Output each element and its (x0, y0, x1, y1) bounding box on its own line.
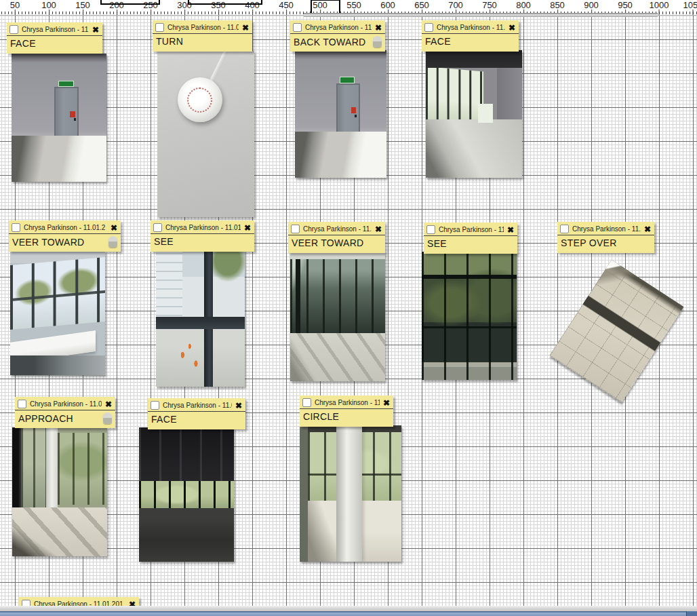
horizontal-guide-bar (304, 13, 658, 17)
clipped-top-box (188, 0, 262, 5)
close-icon[interactable]: ✖ (375, 225, 382, 233)
card-checkbox[interactable] (9, 25, 18, 34)
card-action-label: FACE (151, 414, 177, 425)
ruler-label: 600 (380, 0, 395, 10)
annotation-card[interactable]: Chrysa Parkinson - 11.0✖ VEER TOWARD (288, 222, 385, 253)
annotation-card[interactable]: Chrysa Parkinson - 11.✖ CIRCLE (300, 396, 393, 427)
annotation-card[interactable]: Chrysa Parkinson - 11.✖ BACK TOWARD (290, 20, 385, 52)
close-icon[interactable]: ✖ (111, 224, 117, 232)
photo-thumbnail[interactable] (12, 427, 107, 556)
ruler-label: 750 (482, 0, 497, 10)
card-checkbox[interactable] (424, 23, 433, 32)
photo-thumbnail[interactable] (290, 252, 385, 381)
card-title: Chrysa Parkinson - 11.01.2 (165, 224, 241, 231)
ruler-label: 1000 (650, 0, 669, 10)
photo-thumbnail[interactable] (426, 50, 522, 178)
ruler-label: 1050 (683, 0, 697, 10)
card-title: Chrysa Parkinson - 11. (315, 399, 380, 406)
card-checkbox[interactable] (560, 225, 569, 233)
photo-thumbnail[interactable] (295, 50, 386, 178)
card-title: Chrysa Parkinson - 11.0 (303, 225, 372, 233)
card-checkbox[interactable] (12, 223, 20, 232)
ruler-label: 650 (414, 0, 429, 10)
card-title: Chrysa Parkinson - 11.01.2 (24, 224, 107, 231)
close-icon[interactable]: ✖ (242, 24, 249, 32)
clipped-top-box (100, 0, 160, 5)
photo-thumbnail[interactable] (12, 54, 106, 182)
annotation-card[interactable]: Chrysa Parkinson - 11.✖ FACE (7, 22, 102, 54)
card-action-label: VEER TOWARD (12, 237, 85, 248)
photo-thumbnail[interactable] (10, 251, 105, 375)
ruler-label: 550 (346, 0, 361, 10)
annotation-card[interactable]: Chrysa Parkinson - 11.01.✖ APPROACH (15, 397, 115, 428)
card-action-label: VEER TOWARD (292, 237, 364, 248)
ruler-label: 100 (41, 0, 56, 10)
horizontal-scrollbar[interactable] (0, 611, 697, 616)
card-action-label: BACK TOWARD (294, 37, 366, 47)
ruler-label: 50 (10, 0, 20, 10)
annotation-card[interactable]: Chrysa Parkinson - 11.0✖ FACE (148, 398, 245, 429)
photo-thumbnail[interactable] (139, 427, 234, 562)
card-action-label: SEE (427, 238, 447, 249)
card-checkbox[interactable] (426, 225, 435, 234)
card-action-label: FACE (425, 36, 451, 47)
card-title: Chrysa Parkinson - 11.01. (30, 400, 102, 408)
card-title: Chrysa Parkinson - 11. (305, 24, 372, 31)
ruler-label: 150 (75, 0, 90, 10)
card-checkbox[interactable] (153, 223, 162, 232)
card-title: Chrysa Parkinson - 11.0 (167, 24, 239, 31)
annotation-card[interactable]: Chrysa Parkinson - 11.✖ FACE (422, 20, 519, 52)
audio-icon[interactable] (103, 412, 112, 424)
ruler-label: 700 (448, 0, 463, 10)
annotation-card[interactable]: Chrysa Parkinson - 11.01.2✖ SEE (151, 220, 254, 252)
close-icon[interactable]: ✖ (92, 26, 99, 34)
card-checkbox[interactable] (293, 23, 302, 32)
photo-thumbnail[interactable] (422, 252, 517, 380)
card-action-label: SEE (154, 236, 174, 247)
close-icon[interactable]: ✖ (507, 226, 514, 234)
card-action-label: FACE (10, 38, 36, 49)
workspace: 5010015020025030035040045050055060065070… (0, 0, 697, 616)
card-title: Chrysa Parkinson - 11. (22, 26, 89, 33)
card-checkbox[interactable] (18, 400, 26, 408)
card-title: Chrysa Parkinson - 11. (437, 24, 505, 31)
scrollbar-track-strip (0, 606, 697, 611)
card-action-label: STEP OVER (561, 237, 617, 248)
close-icon[interactable]: ✖ (509, 24, 515, 32)
photo-thumbnail[interactable] (156, 250, 245, 387)
card-checkbox[interactable] (155, 23, 164, 32)
close-icon[interactable]: ✖ (235, 402, 242, 410)
ruler-label: 800 (516, 0, 531, 10)
annotation-card[interactable]: Chrysa Parkinson - 11✖ SEE (424, 223, 517, 254)
photo-thumbnail[interactable] (157, 51, 254, 217)
card-action-label: TURN (156, 36, 183, 47)
card-title: Chrysa Parkinson - 11.0 (163, 402, 232, 409)
ruler-label: 950 (618, 0, 633, 10)
close-icon[interactable]: ✖ (105, 400, 112, 408)
close-icon[interactable]: ✖ (644, 225, 651, 233)
card-title: Chrysa Parkinson - 11.0 (572, 225, 641, 233)
card-checkbox[interactable] (302, 398, 311, 407)
annotation-card[interactable]: Chrysa Parkinson - 11.0✖ STEP OVER (557, 222, 654, 253)
card-action-label: APPROACH (18, 413, 73, 424)
horizontal-scrollbar-end-cap[interactable] (686, 611, 697, 616)
close-icon[interactable]: ✖ (244, 224, 251, 232)
ruler-label: 850 (550, 0, 565, 10)
card-checkbox[interactable] (151, 401, 159, 410)
close-icon[interactable]: ✖ (375, 24, 382, 32)
close-icon[interactable]: ✖ (383, 399, 390, 407)
annotation-card[interactable]: Chrysa Parkinson - 11.01.2✖ VEER TOWARD (9, 220, 121, 252)
card-action-label: CIRCLE (303, 411, 339, 422)
card-title: Chrysa Parkinson - 11 (439, 226, 504, 233)
audio-icon[interactable] (108, 236, 117, 248)
audio-icon[interactable] (373, 36, 382, 47)
ruler-label: 450 (279, 0, 294, 10)
photo-thumbnail[interactable] (300, 425, 401, 562)
card-checkbox[interactable] (291, 225, 300, 233)
annotation-card[interactable]: Chrysa Parkinson - 11.0✖ TURN (153, 20, 252, 52)
ruler-label: 900 (584, 0, 599, 10)
